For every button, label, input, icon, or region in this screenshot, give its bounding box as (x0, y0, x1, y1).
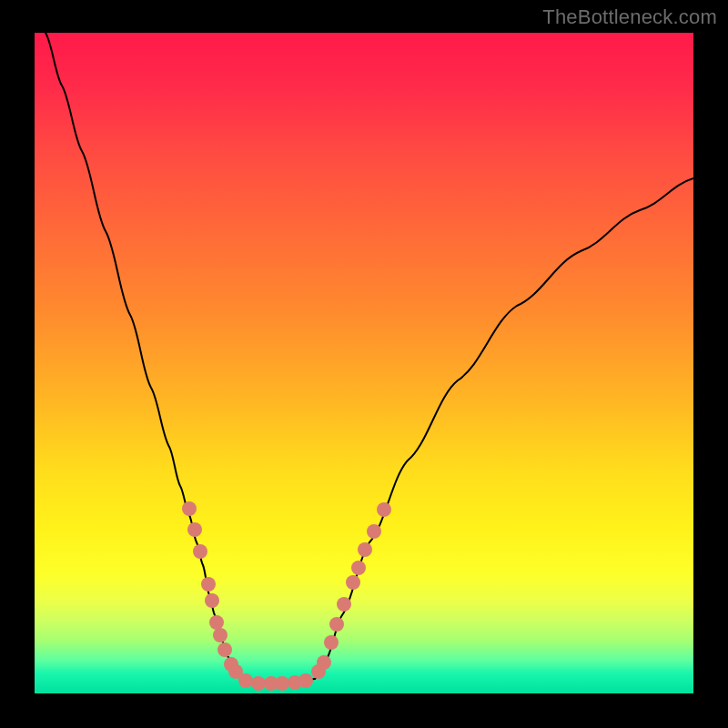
watermark-text: TheBottleneck.com (542, 5, 717, 29)
plot-area (35, 33, 693, 693)
gradient-background (35, 33, 693, 693)
chart-stage: TheBottleneck.com (0, 0, 728, 728)
